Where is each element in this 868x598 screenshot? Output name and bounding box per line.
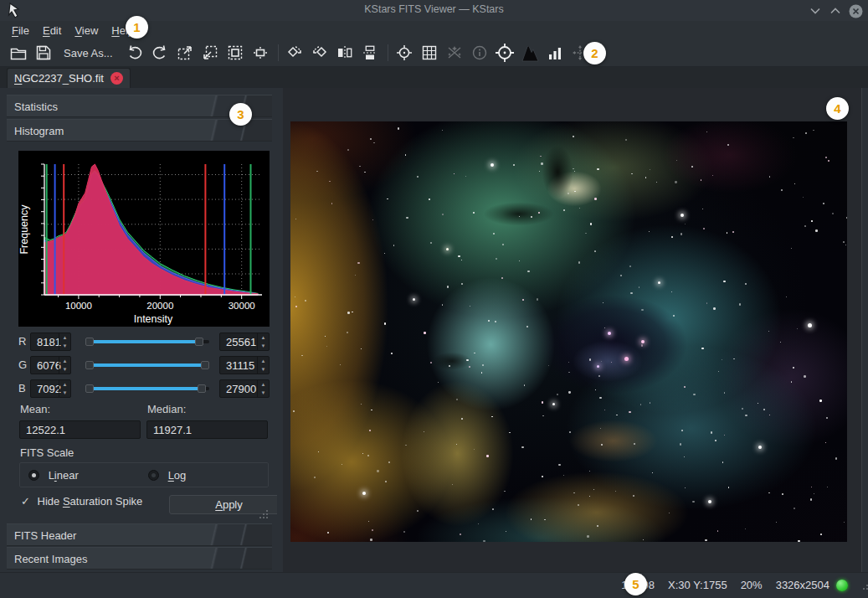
spin-arrows-icon[interactable]: ▲▼: [257, 380, 269, 397]
star: [461, 283, 463, 285]
star: [604, 327, 606, 329]
hide-saturation-spike-checkbox[interactable]: ✓ Hide Saturation Spike: [21, 495, 142, 508]
star: [681, 430, 683, 431]
minimize-button[interactable]: [808, 3, 823, 18]
star: [706, 131, 707, 132]
green-range-slider[interactable]: [85, 362, 209, 369]
star: [724, 435, 725, 436]
star: [377, 470, 378, 472]
maximize-button[interactable]: [828, 3, 843, 18]
close-button[interactable]: [848, 3, 863, 18]
histogram-side-panel: Statistics Histogram 100002000030000Inte…: [0, 88, 277, 572]
bright-star: [552, 403, 555, 405]
star: [352, 312, 353, 313]
star: [474, 353, 475, 354]
spin-arrows-icon[interactable]: ▲▼: [257, 333, 269, 350]
apply-button[interactable]: Apply: [169, 495, 289, 514]
star: [495, 321, 496, 322]
spin-arrows-icon[interactable]: ▲▼: [257, 357, 269, 374]
svg-text:10000: 10000: [65, 301, 92, 311]
tab-close-icon[interactable]: ×: [110, 72, 123, 85]
save-file-button[interactable]: [32, 41, 55, 64]
view-statistics-button[interactable]: [543, 41, 567, 64]
center-telescope-button[interactable]: [493, 41, 516, 64]
star: [590, 223, 592, 224]
redo-button[interactable]: [148, 41, 172, 64]
star: [558, 464, 560, 466]
star: [326, 346, 328, 348]
star: [776, 522, 777, 523]
checkmark-icon: ✓: [21, 495, 30, 508]
star: [316, 171, 317, 172]
spin-arrows-icon[interactable]: ▲▼: [59, 380, 70, 397]
rotate-left-button[interactable]: [308, 41, 331, 64]
zoom-in-button[interactable]: [173, 41, 197, 64]
radio-log[interactable]: Log: [148, 468, 186, 482]
star: [417, 510, 419, 512]
channel-label: G: [18, 358, 27, 371]
star: [537, 298, 538, 300]
star: [723, 281, 725, 282]
menu-edit[interactable]: Edit: [36, 23, 68, 39]
zoom-out-button[interactable]: [198, 41, 222, 64]
zoom-out-icon: [201, 44, 219, 62]
star: [293, 410, 295, 412]
flip-vertical-icon: [361, 44, 379, 62]
star: [793, 137, 794, 139]
blue-max-spinbox[interactable]: 27900▲▼: [219, 379, 270, 398]
star: [684, 386, 686, 388]
star: [827, 487, 828, 487]
star: [680, 443, 681, 445]
zoom-to-fit-button[interactable]: [223, 41, 247, 64]
menu-view[interactable]: View: [68, 23, 105, 39]
blue-range-slider[interactable]: [85, 385, 209, 392]
green-min-spinbox[interactable]: 6076▲▼: [30, 356, 71, 374]
section-fits-header[interactable]: FITS Header: [7, 523, 272, 546]
spin-arrows-icon[interactable]: ▲▼: [59, 333, 70, 350]
center-crosshair-button[interactable]: [393, 41, 416, 64]
star: [791, 381, 792, 382]
star: [548, 365, 549, 366]
zoom-in-icon: [176, 44, 194, 62]
star: [715, 440, 716, 441]
flip-horizontal-button[interactable]: [333, 41, 357, 64]
star: [458, 255, 460, 257]
star: [739, 303, 741, 305]
star: [629, 265, 631, 267]
histogram-chart[interactable]: 100002000030000IntensityFrequency: [18, 151, 270, 327]
open-file-button[interactable]: [7, 41, 30, 64]
red-range-slider[interactable]: [85, 338, 209, 345]
fits-image[interactable]: [290, 121, 847, 542]
star: [701, 348, 703, 349]
star: [601, 361, 602, 362]
star: [456, 399, 458, 400]
red-max-spinbox[interactable]: 25561▲▼: [219, 333, 270, 351]
star: [473, 212, 475, 214]
spin-arrows-icon[interactable]: ▲▼: [59, 357, 70, 374]
star: [634, 443, 635, 445]
zoom-actual-size-button[interactable]: [249, 41, 272, 64]
menu-file[interactable]: File: [5, 23, 36, 39]
radio-linear[interactable]: Linear: [28, 468, 79, 482]
star: [368, 521, 369, 522]
red-min-spinbox[interactable]: 8181▲▼: [30, 333, 71, 351]
star: [595, 389, 597, 391]
rotate-right-button[interactable]: [283, 41, 306, 64]
show-grid-button[interactable]: [418, 41, 441, 64]
star: [369, 430, 371, 431]
tab-ngc2237-sho[interactable]: NGC2237_SHO.fit ×: [7, 68, 131, 88]
blue-min-spinbox[interactable]: 7092▲▼: [30, 379, 71, 398]
green-max-spinbox[interactable]: 31115▲▼: [219, 356, 270, 374]
star: [601, 444, 603, 446]
star: [398, 127, 399, 129]
flip-vertical-button[interactable]: [358, 41, 382, 64]
star: [384, 253, 385, 254]
channel-row-red: R 8181▲▼ 25561▲▼: [13, 333, 270, 351]
star: [705, 539, 706, 541]
undo-button[interactable]: [123, 41, 146, 64]
toggle-stretch-button[interactable]: [518, 41, 542, 64]
save-as-button[interactable]: Save As...: [57, 47, 120, 59]
panel-splitter[interactable]: [277, 88, 283, 572]
section-recent-images[interactable]: Recent Images: [7, 547, 272, 570]
star: [417, 176, 419, 178]
